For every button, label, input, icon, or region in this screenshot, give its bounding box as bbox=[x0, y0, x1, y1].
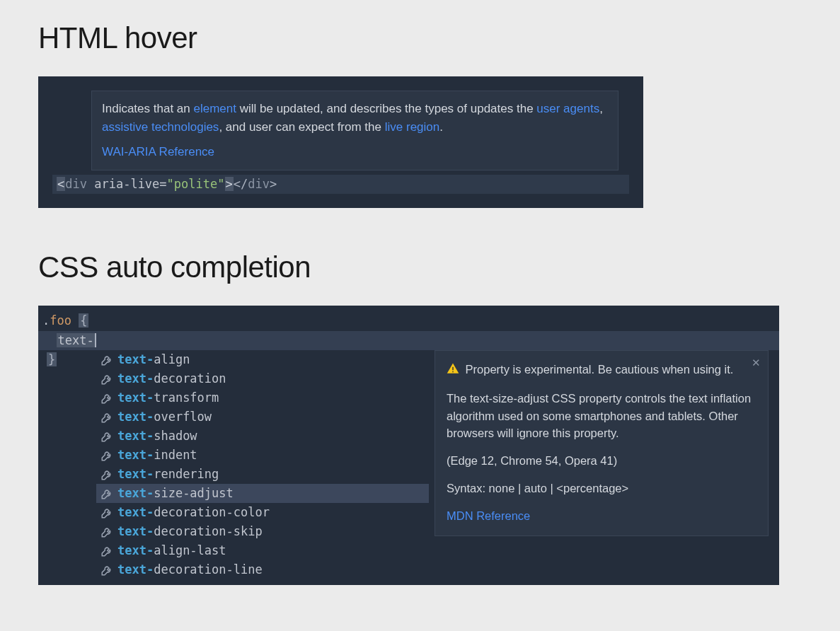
autocomplete-item[interactable]: text-align-last bbox=[96, 541, 429, 560]
suggestion-rest: align bbox=[154, 351, 190, 369]
suggestion-rest: decoration-color bbox=[154, 504, 270, 522]
hover-link-assistive[interactable]: assistive technologies bbox=[102, 120, 219, 134]
autocomplete-item[interactable]: text-align bbox=[96, 350, 429, 369]
suggestion-rest: shadow bbox=[154, 427, 197, 446]
section-heading-html-hover: HTML hover bbox=[38, 21, 802, 55]
info-warning-text: Property is experimental. Be cautious wh… bbox=[466, 363, 734, 376]
code-equals: = bbox=[159, 177, 166, 191]
suggestion-rest: decoration-skip bbox=[154, 523, 263, 541]
code-line-css-selector[interactable]: .foo { bbox=[38, 311, 779, 331]
info-syntax: Syntax: none | auto | <percentage> bbox=[447, 480, 756, 497]
mdn-reference-link[interactable]: MDN Reference bbox=[447, 509, 530, 522]
suggestion-rest: overflow bbox=[154, 408, 212, 427]
autocomplete-list: text-aligntext-decorationtext-transformt… bbox=[96, 350, 429, 579]
code-punctuation: </ bbox=[234, 177, 248, 191]
suggestion-prefix: text- bbox=[117, 485, 154, 503]
svg-rect-0 bbox=[452, 367, 454, 371]
wrench-icon bbox=[100, 487, 113, 500]
suggestion-rest: rendering bbox=[154, 465, 219, 484]
wrench-icon bbox=[100, 449, 113, 462]
autocomplete-info-panel: ✕ Property is experimental. Be cautious … bbox=[435, 350, 769, 536]
code-line-css-typing[interactable]: text- bbox=[38, 331, 779, 351]
code-punctuation: < bbox=[57, 177, 65, 191]
info-description: The text-size-adjust CSS property contro… bbox=[447, 390, 756, 442]
code-indent bbox=[42, 333, 57, 347]
autocomplete-item[interactable]: text-shadow bbox=[96, 427, 429, 446]
suggestion-prefix: text- bbox=[117, 542, 154, 560]
code-line-css-close[interactable]: } bbox=[42, 350, 61, 370]
close-icon[interactable]: ✕ bbox=[752, 355, 761, 371]
suggestion-prefix: text- bbox=[117, 408, 154, 427]
suggestion-rest: transform bbox=[154, 389, 219, 407]
wrench-icon bbox=[100, 430, 113, 443]
code-dot: . bbox=[42, 313, 50, 328]
autocomplete-item[interactable]: text-decoration-color bbox=[96, 503, 429, 522]
hover-text: will be updated, and describes the types… bbox=[236, 102, 536, 115]
suggestion-prefix: text- bbox=[117, 504, 154, 522]
autocomplete-item[interactable]: text-rendering bbox=[96, 465, 429, 484]
hover-reference-link[interactable]: WAI-ARIA Reference bbox=[102, 143, 214, 161]
autocomplete-item[interactable]: text-overflow bbox=[96, 407, 429, 427]
html-hover-editor: Indicates that an element will be update… bbox=[38, 76, 643, 208]
wrench-icon bbox=[100, 506, 113, 519]
suggestion-rest: indent bbox=[154, 446, 197, 465]
suggestion-prefix: text- bbox=[117, 427, 154, 446]
wrench-icon bbox=[100, 354, 113, 366]
autocomplete-item[interactable]: text-decoration bbox=[96, 369, 429, 388]
code-quote: " bbox=[167, 177, 174, 191]
section-heading-css-auto: CSS auto completion bbox=[38, 250, 802, 284]
wrench-icon bbox=[100, 411, 113, 424]
wrench-icon bbox=[100, 468, 113, 481]
code-string: polite bbox=[174, 177, 217, 191]
wrench-icon bbox=[100, 526, 113, 538]
suggestion-rest: size-adjust bbox=[154, 485, 234, 503]
hover-link-user-agents[interactable]: user agents bbox=[536, 102, 599, 115]
wrench-icon bbox=[100, 392, 113, 405]
hover-text: , and user can expect from the bbox=[219, 120, 384, 134]
code-attr: aria-live bbox=[94, 177, 159, 191]
wrench-icon bbox=[100, 545, 113, 557]
code-quote: " bbox=[217, 177, 224, 191]
suggestion-rest: decoration bbox=[154, 370, 226, 388]
autocomplete-item[interactable]: text-decoration-skip bbox=[96, 522, 429, 541]
wrench-icon bbox=[100, 564, 113, 577]
suggestion-prefix: text- bbox=[117, 351, 154, 369]
wrench-icon bbox=[100, 373, 113, 386]
code-punctuation: > bbox=[270, 177, 277, 191]
hover-text: , bbox=[599, 102, 603, 115]
code-tag: div bbox=[65, 177, 87, 191]
code-line-html[interactable]: <div aria-live="polite"></div> bbox=[52, 175, 629, 195]
hover-link-element[interactable]: element bbox=[193, 102, 236, 115]
suggestion-prefix: text- bbox=[117, 465, 154, 484]
code-space bbox=[87, 177, 94, 191]
suggestion-rest: decoration-line bbox=[154, 561, 263, 579]
code-space bbox=[71, 313, 79, 328]
suggestion-prefix: text- bbox=[117, 370, 154, 388]
autocomplete-item[interactable]: text-decoration-line bbox=[96, 560, 429, 579]
hover-link-live-region[interactable]: live region bbox=[385, 120, 440, 134]
suggestion-prefix: text- bbox=[117, 561, 154, 579]
autocomplete-item[interactable]: text-transform bbox=[96, 388, 429, 407]
code-brace: } bbox=[47, 352, 57, 366]
suggestion-prefix: text- bbox=[117, 389, 154, 407]
code-tag: div bbox=[248, 177, 270, 191]
hover-text: . bbox=[439, 120, 443, 134]
code-brace: { bbox=[79, 313, 88, 328]
code-typed-prefix: text- bbox=[57, 333, 96, 347]
code-punctuation: > bbox=[225, 177, 234, 191]
svg-rect-1 bbox=[452, 371, 454, 373]
code-selector: foo bbox=[50, 313, 71, 328]
warning-icon bbox=[447, 362, 459, 380]
autocomplete-item[interactable]: text-indent bbox=[96, 446, 429, 465]
suggestion-prefix: text- bbox=[117, 446, 154, 465]
suggestion-prefix: text- bbox=[117, 523, 154, 541]
info-support: (Edge 12, Chrome 54, Opera 41) bbox=[447, 452, 756, 470]
hover-text: Indicates that an bbox=[102, 102, 193, 115]
hover-tooltip: Indicates that an element will be update… bbox=[91, 91, 619, 170]
autocomplete-item[interactable]: text-size-adjust bbox=[96, 484, 429, 503]
suggestion-rest: align-last bbox=[154, 542, 226, 560]
css-auto-editor: .foo { text- } text-aligntext-decoration… bbox=[38, 306, 779, 585]
